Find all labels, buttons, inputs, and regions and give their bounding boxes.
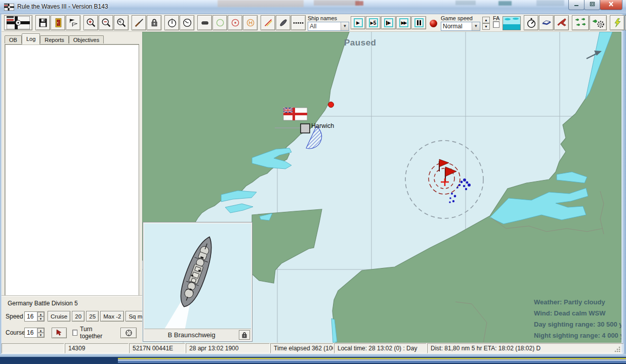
sea-view-icon [503, 17, 520, 30]
ship-names-label: Ship names [308, 15, 349, 21]
aircraft-settings-icon [591, 17, 605, 29]
game-speed-select[interactable]: Normal ▼ [441, 22, 480, 31]
speed-25-button[interactable]: 25 [86, 311, 99, 322]
course-stepper[interactable]: 16 ▲▼ [24, 328, 45, 338]
helm-wheel-icon [125, 329, 133, 337]
spinner-up-icon[interactable]: ▲ [482, 17, 490, 23]
enemy-aircraft-button[interactable] [554, 15, 569, 30]
german-navy-flag-icon [7, 16, 30, 29]
course-value: 16 [25, 328, 37, 337]
fast-forward-icon: ▶▶ [399, 18, 408, 27]
tab-reports[interactable]: Reports [40, 35, 69, 44]
game-speed-spinner[interactable]: ▲ ▼ [482, 17, 490, 30]
torpedo-button[interactable] [276, 15, 290, 30]
spinner-up-icon[interactable]: ▲ [37, 312, 44, 316]
green-circle-button[interactable] [213, 15, 227, 30]
resize-grip[interactable] [614, 346, 620, 352]
formation-wheel-button[interactable] [120, 328, 137, 338]
status-bar: 14309 5217N 00441E 28 apr 13:02 1900 Tim… [2, 343, 621, 354]
set-course-button[interactable] [52, 328, 67, 338]
fast-forward-button[interactable]: ▶▶ [396, 16, 411, 29]
nation-flag-button[interactable] [4, 15, 32, 30]
zoom-out-button[interactable] [99, 15, 113, 30]
contact-dot-marker[interactable] [328, 102, 334, 108]
turn-together-checkbox[interactable] [72, 330, 77, 336]
tab-ob[interactable]: OB [5, 35, 22, 44]
zoom-in-button[interactable] [84, 15, 98, 30]
background-window-artifact [536, 0, 564, 6]
dotted-line-button[interactable] [291, 15, 306, 30]
aircraft-formation-button[interactable] [572, 15, 589, 30]
orange-h-button[interactable] [243, 15, 258, 30]
status-date: 28 apr 13:02 1900 [186, 343, 270, 353]
gunnery-button[interactable] [132, 15, 146, 30]
aircraft-formation-icon [573, 17, 588, 29]
tab-objectives[interactable]: Objectives [69, 35, 104, 44]
minimize-button[interactable] [568, 0, 585, 10]
aircraft-settings-button[interactable] [590, 15, 607, 30]
save-button[interactable] [35, 15, 50, 30]
plot-line-button[interactable] [261, 15, 275, 30]
selected-ship-name: B Braunschweig [144, 331, 239, 339]
close-button[interactable] [600, 0, 622, 10]
red-target-icon [230, 18, 240, 28]
chevron-down-icon[interactable]: ▼ [341, 22, 349, 30]
run-5-button[interactable]: ▶5 [366, 16, 381, 29]
clock-alt-button[interactable] [180, 15, 194, 30]
log-list[interactable] [5, 44, 139, 296]
harwich-port-marker[interactable] [301, 124, 310, 133]
ship-names-select[interactable]: All ▼ [308, 22, 349, 31]
status-coordinates: 5217N 00441E [129, 343, 185, 353]
red-target-button[interactable] [228, 15, 242, 30]
ship-names-group: Ship names All ▼ [308, 15, 349, 31]
background-window-artifact [355, 1, 363, 6]
spinner-up-icon[interactable]: ▲ [37, 328, 44, 333]
speed-max-button[interactable]: Max -2 [100, 311, 124, 322]
main-toolbar: Ship names All ▼ ▶ ▶5 ▶ ▶▶ Game speed No… [2, 14, 621, 32]
lightning-button[interactable] [610, 15, 624, 30]
speed-20-button[interactable]: 20 [72, 311, 85, 322]
dotted-line-icon [293, 18, 305, 28]
clock-button[interactable] [164, 15, 179, 30]
speed-sphere-indicator [430, 20, 437, 27]
clock-icon [166, 17, 178, 28]
spinner-down-icon[interactable]: ▼ [37, 316, 44, 321]
compass-button[interactable] [524, 15, 538, 30]
maximize-button[interactable] [584, 0, 600, 10]
tab-log[interactable]: Log [22, 33, 40, 44]
british-white-ensign-flag[interactable] [283, 108, 307, 120]
background-window-edge [118, 360, 626, 363]
speed-cruise-button[interactable]: Cruise [48, 311, 70, 322]
fa-label: FA [493, 15, 499, 21]
exit-button[interactable] [51, 15, 65, 30]
game-speed-group: Game speed Normal ▼ [441, 15, 480, 31]
spinner-down-icon[interactable]: ▼ [37, 333, 44, 337]
zoom-previous-icon [116, 17, 127, 28]
inset-lock-button[interactable] [239, 330, 250, 340]
speed-stepper[interactable]: 16 ▲▼ [24, 311, 45, 322]
pause-button[interactable] [411, 16, 426, 29]
clock-alt-icon [182, 17, 193, 28]
log-book-button[interactable] [539, 15, 554, 30]
green-circle-icon [215, 18, 225, 28]
minimize-icon [574, 2, 579, 7]
spinner-down-icon[interactable]: ▼ [482, 23, 490, 30]
lock-button[interactable] [147, 15, 161, 30]
step-button[interactable]: ▶ [381, 16, 396, 29]
chevron-down-icon[interactable]: ▼ [472, 22, 480, 30]
tactical-map[interactable]: Paused Harwich Weather: Partly cloudy Wi… [142, 32, 621, 343]
run-button[interactable]: ▶ [351, 16, 365, 29]
surface-contact-button[interactable] [197, 15, 212, 30]
sea-view-button[interactable] [503, 16, 521, 30]
ship-names-value: All [308, 23, 341, 30]
signal-flags-button[interactable] [66, 15, 80, 30]
division-title: Germany Battle Division 5 [8, 300, 138, 307]
title-bar: Rule the Waves III - Version B143 [0, 0, 626, 14]
fa-checkbox[interactable] [493, 21, 499, 28]
play-icon: ▶ [354, 18, 363, 27]
main-area: OB Log Reports Objectives Germany Battle… [2, 32, 621, 343]
wind-line: Wind: Dead calm WSW [534, 308, 621, 319]
status-distance-eta: Dist: 81,80 nm 5 hr ETA: 18:02 (18:02) D [427, 343, 623, 353]
close-icon [608, 2, 614, 7]
zoom-previous-button[interactable] [114, 15, 129, 30]
